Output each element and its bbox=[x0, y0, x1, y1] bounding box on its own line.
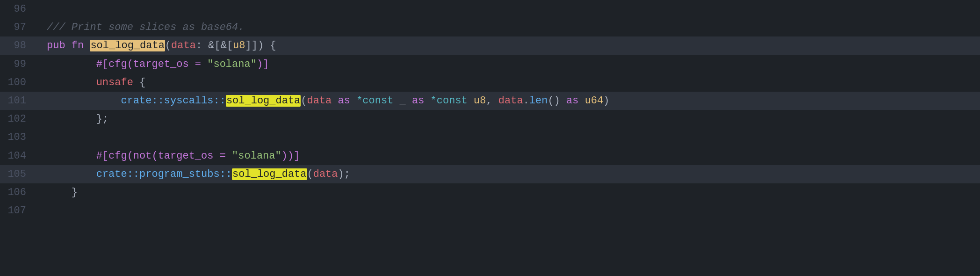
as-keyword-1: as bbox=[338, 95, 350, 107]
code-editor: 96 97 /// Print some slices as base64. 9… bbox=[0, 0, 980, 220]
cfg-attr: #[cfg(target_os = bbox=[96, 58, 208, 70]
line-content-99: #[cfg(target_os = "solana")] bbox=[37, 56, 980, 73]
line-content-102: }; bbox=[37, 111, 980, 127]
line-number-105: 105 bbox=[0, 166, 37, 182]
line-content-98: pub fn sol_log_data(data: &[&[u8]]) { bbox=[37, 37, 980, 54]
line-content-100: unsafe { bbox=[37, 74, 980, 91]
type-u8: u8 bbox=[233, 40, 245, 51]
code-line-99: 99 #[cfg(target_os = "solana")] bbox=[0, 55, 980, 73]
type-u8-2: u8 bbox=[474, 95, 486, 107]
code-line-103: 103 bbox=[0, 128, 980, 146]
const-keyword-1: *const bbox=[356, 95, 393, 107]
line-number-98: 98 bbox=[0, 37, 37, 54]
fn-name-highlight: sol_log_data bbox=[90, 40, 165, 51]
line-number-96: 96 bbox=[0, 1, 37, 17]
comment-text: /// Print some slices as base64. bbox=[47, 22, 244, 33]
code-line-96: 96 bbox=[0, 0, 980, 18]
line-number-103: 103 bbox=[0, 129, 37, 145]
solana-string: "solana" bbox=[207, 58, 257, 70]
cfg-not-attr: #[cfg(not(target_os = bbox=[96, 150, 232, 162]
unsafe-keyword: unsafe bbox=[96, 77, 133, 88]
fn-keyword: fn bbox=[72, 40, 84, 51]
line-content-104: #[cfg(not(target_os = "solana"))] bbox=[37, 148, 980, 164]
len-method: len bbox=[529, 95, 548, 107]
code-line-106: 106 } bbox=[0, 183, 980, 202]
program-stubs-path: crate::program_stubs:: bbox=[96, 168, 232, 180]
line-number-102: 102 bbox=[0, 111, 37, 127]
line-content-105: crate::program_stubs::sol_log_data(data)… bbox=[37, 166, 980, 182]
pub-keyword: pub bbox=[47, 40, 65, 51]
code-line-107: 107 bbox=[0, 202, 980, 220]
code-line-98: 98 pub fn sol_log_data(data: &[&[u8]]) { bbox=[0, 36, 980, 55]
close-brace: } bbox=[72, 187, 78, 198]
code-line-102: 102 }; bbox=[0, 110, 980, 128]
line-content-101: crate::syscalls::sol_log_data(data as *c… bbox=[37, 93, 980, 109]
code-line-97: 97 /// Print some slices as base64. bbox=[0, 18, 980, 36]
code-line-101: 101 crate::syscalls::sol_log_data(data a… bbox=[0, 92, 980, 110]
sol-log-data-highlight: sol_log_data bbox=[226, 95, 301, 107]
code-line-104: 104 #[cfg(not(target_os = "solana"))] bbox=[0, 147, 980, 165]
line-number-101: 101 bbox=[0, 93, 37, 109]
crate-path: crate::syscalls:: bbox=[121, 95, 225, 107]
close-brace-semi: }; bbox=[96, 113, 108, 125]
line-number-100: 100 bbox=[0, 74, 37, 91]
code-line-105: 105 crate::program_stubs::sol_log_data(d… bbox=[0, 165, 980, 183]
line-content-106: } bbox=[37, 184, 980, 201]
sol-log-data-highlight-2: sol_log_data bbox=[232, 168, 307, 180]
line-number-97: 97 bbox=[0, 19, 37, 36]
line-content-97: /// Print some slices as base64. bbox=[37, 19, 980, 36]
type-u64: u64 bbox=[585, 95, 604, 107]
line-number-99: 99 bbox=[0, 56, 37, 73]
solana-string-2: "solana" bbox=[232, 150, 281, 162]
as-keyword-3: as bbox=[566, 95, 578, 107]
code-line-100: 100 unsafe { bbox=[0, 73, 980, 92]
param-data: data bbox=[171, 40, 196, 51]
line-number-106: 106 bbox=[0, 184, 37, 201]
as-keyword-2: as bbox=[412, 95, 424, 107]
const-keyword-2: *const bbox=[431, 95, 468, 107]
line-number-104: 104 bbox=[0, 148, 37, 164]
line-number-107: 107 bbox=[0, 203, 37, 219]
